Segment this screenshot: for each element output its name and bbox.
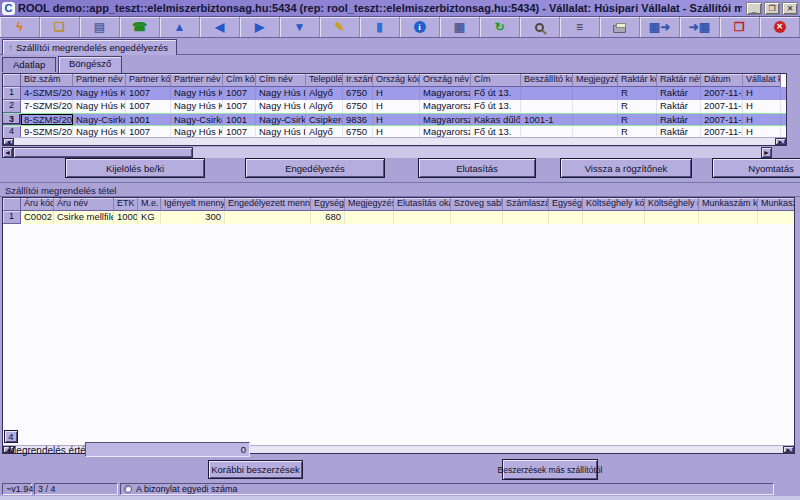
grid-cell[interactable]: 7-SZMS/2007 — [21, 100, 73, 113]
grid-cell[interactable] — [225, 211, 311, 224]
list-button[interactable]: ≡ — [560, 17, 600, 37]
grid-cell[interactable]: 1007 — [223, 87, 256, 100]
save-button[interactable]: ▤ — [80, 17, 120, 37]
previous-record-button[interactable]: ◀ — [200, 17, 240, 37]
column-header[interactable]: Ország kód — [373, 74, 420, 87]
grid-cell[interactable]: Magyarország — [420, 87, 471, 100]
column-header[interactable]: Raktár név — [657, 74, 701, 87]
grid-cell[interactable] — [573, 114, 618, 125]
grid-cell[interactable] — [573, 100, 618, 113]
column-header[interactable]: Partner kód — [126, 74, 171, 87]
column-header[interactable]: Igényelt mennyiség — [161, 198, 225, 211]
export-table-button[interactable]: ▦➜ — [640, 17, 680, 37]
column-header[interactable]: M.e. — [138, 198, 161, 211]
grid-cell[interactable] — [345, 211, 394, 224]
grid-cell[interactable]: Nagy Hús Kft. — [256, 100, 306, 113]
grid-cell[interactable]: Algyő — [306, 87, 343, 100]
import-table-button[interactable]: ➜▦ — [680, 17, 720, 37]
approve-button[interactable]: Engedélyezés — [245, 158, 385, 178]
scroll-thumb[interactable] — [13, 147, 193, 158]
scroll-right-icon[interactable]: ► — [783, 446, 794, 453]
grid-cell[interactable]: Nagy-Csirke Bt. — [73, 114, 126, 125]
grid-cell[interactable]: Fő út 13. — [471, 100, 521, 113]
table-row[interactable]: 38-SZMS/2007Nagy-Csirke Bt.1001Nagy-Csir… — [3, 113, 786, 126]
tab-szallitoi-megrendeles-engedelyezes[interactable]: ↑ Szállítói megrendelés engedélyezés — [2, 39, 177, 55]
tab-adatlap[interactable]: Adatlap — [2, 57, 56, 72]
next-record-button[interactable]: ▶ — [240, 17, 280, 37]
column-header[interactable]: Raktár kód — [618, 74, 657, 87]
column-header[interactable]: Munkaszám né — [758, 198, 794, 211]
grid-cell[interactable]: H — [743, 100, 781, 113]
purchases-other-supplier-button[interactable]: Beszerzések más szállítótól — [502, 459, 598, 480]
grid-cell[interactable] — [451, 211, 503, 224]
grid-cell[interactable] — [503, 211, 549, 224]
column-header[interactable]: Beszállító kód — [521, 74, 573, 87]
grid-cell[interactable]: 4-SZMS/2007 — [21, 87, 73, 100]
grid-cell[interactable]: 9836 — [343, 114, 373, 125]
orders-grid[interactable]: ◄ ► Biz.számPartner névPartner kódPartne… — [2, 73, 787, 146]
grid-cell[interactable]: Nagy-Csirke Bt. — [171, 114, 223, 125]
grid-cell[interactable]: Csipkerek — [306, 114, 343, 125]
grid-cell[interactable]: H — [373, 114, 420, 125]
column-header[interactable]: ETK — [114, 198, 138, 211]
phone-button[interactable]: ☎ — [120, 17, 160, 37]
column-header[interactable]: Cím név — [256, 74, 306, 87]
grid-cell[interactable]: Fő út 13. — [471, 87, 521, 100]
column-header[interactable]: Vállalat kód — [743, 74, 781, 87]
grid-cell[interactable] — [699, 211, 758, 224]
order-value-field[interactable]: 0 — [85, 442, 250, 457]
scroll-right-icon[interactable]: ► — [775, 138, 786, 145]
grid-cell[interactable]: 680 — [311, 211, 345, 224]
column-header[interactable]: Cím — [471, 74, 521, 87]
print-button[interactable]: Nyomtatás — [712, 158, 800, 178]
delete-button[interactable]: ▮ — [360, 17, 400, 37]
table-row[interactable]: 27-SZMS/2007Nagy Hús Kft.1007Nagy Hús Kf… — [3, 100, 786, 113]
scroll-left-icon[interactable]: ◄ — [2, 147, 13, 158]
column-header[interactable]: Megjegyzés — [345, 198, 394, 211]
column-header[interactable]: Munkaszám kód — [699, 198, 758, 211]
column-header[interactable]: Számlaszám — [503, 198, 549, 211]
grid-cell[interactable]: Magyarország — [420, 114, 471, 125]
column-header[interactable]: Áru név — [54, 198, 114, 211]
column-header[interactable]: Dátum — [701, 74, 743, 87]
grid-cell[interactable]: R — [618, 87, 657, 100]
back-to-recorder-button[interactable]: Vissza a rögzítőnek — [560, 158, 692, 178]
column-header[interactable]: Partner név — [73, 74, 126, 87]
radio-button[interactable] — [124, 485, 132, 493]
scroll-left-icon[interactable]: ◄ — [3, 138, 14, 145]
grid-cell[interactable]: 1001 — [223, 114, 256, 125]
search-button[interactable] — [520, 17, 560, 37]
grid-cell[interactable]: C0002 — [21, 211, 54, 224]
grid-cell[interactable]: Magyarország — [420, 100, 471, 113]
grid-cell[interactable]: H — [373, 87, 420, 100]
column-header[interactable]: Ir.szám — [343, 74, 373, 87]
grid-cell[interactable]: Algyő — [306, 100, 343, 113]
grid-cell[interactable] — [645, 211, 699, 224]
grid-cell[interactable] — [394, 211, 451, 224]
grid-cell[interactable] — [549, 211, 583, 224]
grid-cell[interactable]: Nagy-Csirke Bt. — [256, 114, 306, 125]
column-header[interactable]: Engedélyezett mennyiség — [225, 198, 311, 211]
column-header[interactable]: Ország név — [420, 74, 471, 87]
grid-cell[interactable]: H — [373, 100, 420, 113]
grid-cell[interactable]: R — [618, 100, 657, 113]
column-header[interactable]: Partner név — [171, 74, 223, 87]
grid-cell[interactable]: 1001-1 — [521, 114, 573, 125]
grid-cell[interactable]: Raktár — [657, 114, 701, 125]
row-number[interactable]: 1 — [3, 211, 21, 224]
grid-cell[interactable]: 10002 — [114, 211, 138, 224]
grid-cell[interactable]: 6750 — [343, 87, 373, 100]
column-header[interactable]: Egységár — [549, 198, 583, 211]
grid-cell[interactable]: Nagy Hús Kft. — [171, 100, 223, 113]
column-header[interactable]: Elutasítás oka — [394, 198, 451, 211]
minimize-button[interactable]: _ — [746, 2, 762, 15]
column-header[interactable]: Cím kód — [223, 74, 256, 87]
grid-cell[interactable]: H — [743, 87, 781, 100]
grid-cell[interactable] — [758, 211, 794, 224]
exit-button[interactable]: ❒ — [720, 17, 760, 37]
column-header[interactable]: Költséghely név — [645, 198, 699, 211]
grid-cell[interactable]: 2007-11-27 — [701, 114, 743, 125]
grid-cell[interactable]: R — [618, 114, 657, 125]
grid-cell[interactable]: Nagy Hús Kft. — [73, 100, 126, 113]
restore-button[interactable]: ❐ — [764, 2, 780, 15]
